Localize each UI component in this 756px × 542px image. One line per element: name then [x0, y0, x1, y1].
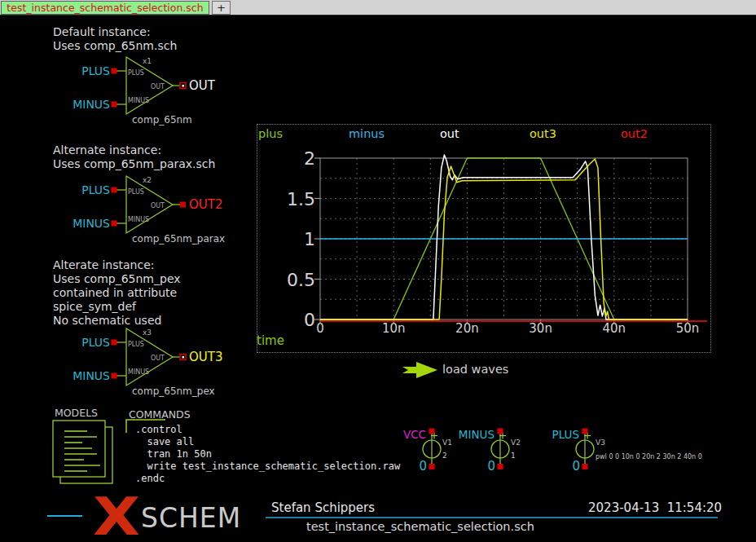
load-waves-arrow-icon[interactable] [402, 362, 437, 378]
comparator-x3[interactable] [112, 328, 187, 386]
pin-square-bottom[interactable] [498, 464, 503, 469]
pin-square-minus[interactable] [112, 221, 117, 227]
comparator-x1[interactable] [112, 57, 187, 114]
pin-square-plus[interactable] [112, 187, 117, 193]
pin-dot [182, 85, 185, 87]
comparator-symbol[interactable] [126, 57, 173, 114]
voltage-source-V2[interactable] [491, 429, 509, 470]
xschem-window: test_instance_schematic_selection.sch + … [0, 0, 756, 542]
pin-square-top[interactable] [429, 429, 435, 434]
models-icon[interactable] [53, 421, 112, 483]
pin-square-minus[interactable] [112, 373, 117, 379]
tab-current-schematic[interactable]: test_instance_schematic_selection.sch [1, 1, 209, 15]
comparator-symbol[interactable] [126, 328, 173, 386]
pin-square-plus[interactable] [112, 68, 117, 74]
tab-bar: test_instance_schematic_selection.sch + [0, 0, 756, 15]
voltage-source-V1[interactable] [423, 429, 441, 470]
xschem-logo-x: X [93, 487, 140, 542]
comparator-symbol[interactable] [126, 176, 173, 233]
pin-square-top[interactable] [498, 429, 503, 434]
pin-square-plus[interactable] [112, 340, 117, 346]
new-tab-button[interactable]: + [212, 1, 231, 15]
spice-commands-text[interactable]: .control save all tran 1n 50n write test… [135, 424, 400, 485]
schematic-canvas[interactable]: X MODELS COMMANDS load waves time Stefan… [0, 0, 756, 542]
comparator-x2[interactable] [112, 176, 187, 233]
pin-square-bottom[interactable] [582, 464, 588, 469]
voltage-source-V3[interactable] [576, 429, 594, 470]
pin-dot [182, 356, 185, 359]
pin-square-top[interactable] [582, 429, 588, 434]
pin-square-out[interactable] [180, 202, 186, 208]
pin-square-minus[interactable] [112, 102, 117, 108]
pin-square-bottom[interactable] [429, 464, 435, 469]
graph-area[interactable] [314, 155, 707, 323]
